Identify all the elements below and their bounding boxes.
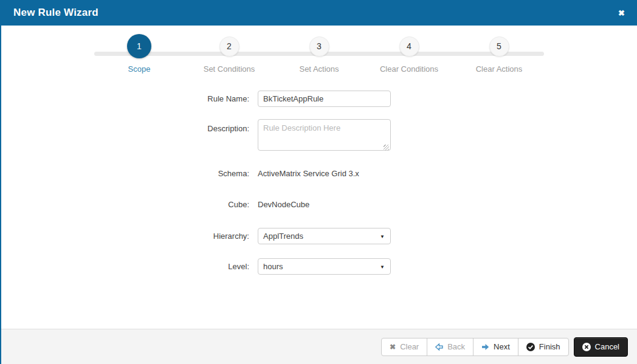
schema-value: ActiveMatrix Service Grid 3.x bbox=[258, 169, 359, 178]
cube-label: Cube: bbox=[128, 200, 249, 209]
schema-label: Schema: bbox=[128, 169, 249, 178]
step-set-actions: 3 Set Actions bbox=[274, 33, 364, 74]
level-label: Level: bbox=[128, 262, 249, 271]
step-circle-1: 1 bbox=[127, 34, 151, 58]
back-button-label: Back bbox=[447, 342, 465, 351]
finish-button[interactable]: Finish bbox=[518, 338, 569, 356]
textarea-resize-handle[interactable] bbox=[384, 145, 389, 150]
rule-name-row: Rule Name: bbox=[128, 91, 637, 107]
step-circle-4: 4 bbox=[399, 36, 419, 57]
cancel-button-label: Cancel bbox=[595, 342, 619, 351]
level-row: Level: hours ▼ bbox=[128, 258, 637, 275]
hierarchy-selected-value: ApplTrends bbox=[263, 232, 303, 241]
cancel-button[interactable]: Cancel bbox=[574, 337, 628, 357]
step-circle-3: 3 bbox=[309, 36, 329, 57]
cube-row: Cube: DevNodeCube bbox=[128, 196, 637, 213]
back-button[interactable]: Back bbox=[427, 338, 473, 356]
hierarchy-select[interactable]: ApplTrends ▼ bbox=[258, 228, 391, 244]
check-circle-icon bbox=[526, 343, 535, 351]
hierarchy-row: Hierarchy: ApplTrends ▼ bbox=[128, 228, 637, 244]
rule-name-label: Rule Name: bbox=[128, 94, 249, 103]
step-label-scope: Scope bbox=[128, 64, 151, 74]
level-selected-value: hours bbox=[263, 262, 283, 271]
hierarchy-label: Hierarchy: bbox=[128, 232, 249, 241]
dialog-body: 1 Scope 2 Set Conditions 3 Set Actions 4… bbox=[1, 26, 637, 329]
clear-button[interactable]: ✖ Clear bbox=[381, 338, 427, 356]
next-button-label: Next bbox=[494, 342, 510, 351]
new-rule-wizard-dialog: New Rule Wizard ✖ 1 Scope 2 Set Conditio… bbox=[0, 0, 637, 364]
close-icon[interactable]: ✖ bbox=[616, 7, 627, 19]
clear-button-label: Clear bbox=[400, 342, 419, 351]
description-row: Description: bbox=[128, 119, 637, 153]
chevron-down-icon: ▼ bbox=[380, 233, 385, 239]
next-button[interactable]: Next bbox=[473, 338, 518, 356]
step-scope: 1 Scope bbox=[94, 33, 184, 74]
step-circle-5: 5 bbox=[489, 36, 509, 57]
schema-row: Schema: ActiveMatrix Service Grid 3.x bbox=[128, 165, 637, 182]
dialog-header: New Rule Wizard ✖ bbox=[1, 0, 637, 26]
clear-x-icon: ✖ bbox=[390, 343, 396, 351]
arrow-left-icon bbox=[435, 343, 443, 351]
dialog-footer: ✖ Clear Back Next Finish Cancel bbox=[1, 329, 637, 364]
description-label: Description: bbox=[128, 119, 249, 133]
finish-button-label: Finish bbox=[539, 342, 560, 351]
step-label-clear-actions: Clear Actions bbox=[476, 64, 523, 74]
step-circle-2: 2 bbox=[219, 36, 239, 57]
arrow-right-icon bbox=[481, 343, 489, 351]
cube-value: DevNodeCube bbox=[258, 200, 309, 209]
rule-name-input[interactable] bbox=[258, 91, 391, 107]
step-label-set-actions: Set Actions bbox=[299, 64, 339, 74]
scope-form: Rule Name: Description: Schema: ActiveMa… bbox=[1, 91, 637, 275]
step-label-clear-conditions: Clear Conditions bbox=[380, 64, 438, 74]
chevron-down-icon: ▼ bbox=[380, 264, 385, 269]
step-label-set-conditions: Set Conditions bbox=[204, 64, 255, 74]
step-clear-conditions: 4 Clear Conditions bbox=[364, 33, 454, 74]
wizard-button-group: ✖ Clear Back Next Finish bbox=[381, 338, 568, 356]
wizard-stepper: 1 Scope 2 Set Conditions 3 Set Actions 4… bbox=[94, 33, 544, 82]
description-textarea[interactable] bbox=[258, 119, 391, 151]
x-circle-icon bbox=[582, 343, 591, 351]
dialog-title: New Rule Wizard bbox=[13, 7, 98, 19]
step-set-conditions: 2 Set Conditions bbox=[184, 33, 274, 74]
level-select[interactable]: hours ▼ bbox=[258, 258, 391, 275]
step-clear-actions: 5 Clear Actions bbox=[454, 33, 544, 74]
